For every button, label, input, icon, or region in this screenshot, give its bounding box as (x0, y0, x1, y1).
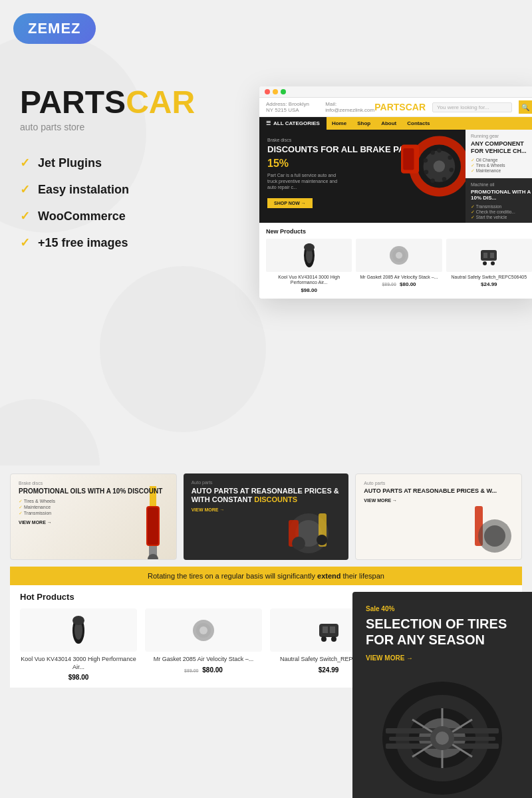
svg-point-24 (491, 261, 495, 265)
product-name-2: Mr Gasket 2085 Air Velocity Stack –... (356, 275, 442, 280)
feature-label: Easy instalation (38, 183, 129, 197)
hot-card-price-1: $98.00 (20, 674, 137, 681)
hot-card-image-2 (145, 608, 262, 652)
hero-side-title-2: PROMOTIONAL WITH A 10% DIS... (471, 189, 532, 201)
site-nav: ☰ ALL CATEGORIES Home Shop About Contact… (259, 117, 532, 130)
svg-point-5 (448, 156, 452, 160)
promo-btn-2[interactable]: VIEW MORE → (192, 507, 341, 512)
promo-title-3: AUTO PARTS AT REASONABLE PRICES & W... (364, 487, 497, 495)
features-list: ✓ Jet Plugins ✓ Easy instalation ✓ WooCo… (20, 156, 206, 250)
product-card-2[interactable]: Mr Gasket 2085 Air Velocity Stack –... $… (356, 239, 442, 293)
product-card-1[interactable]: Kool Vuo KV43014 3000 High Performanco A… (266, 239, 352, 293)
hot-card-old-price-2: $89.00 (184, 668, 198, 673)
hamburger-icon: ☰ (266, 120, 271, 126)
svg-point-3 (434, 160, 445, 172)
product-new-price-2: $80.00 (400, 281, 416, 287)
product-card-3[interactable]: Nautral Safety Switch_REPC506405 $24.99 (446, 239, 532, 293)
info-bar-emphasis: extend (317, 572, 340, 580)
svg-point-23 (483, 261, 487, 265)
product-image-1 (266, 239, 352, 272)
search-icon[interactable]: 🔍 (519, 100, 532, 114)
feature-jet-plugins: ✓ Jet Plugins (20, 156, 206, 170)
hero-side-category-2: Machine oil (471, 182, 532, 187)
feature-label: Jet Plugins (38, 156, 102, 170)
promo-banner-3[interactable]: Auto parts AUTO PARTS AT REASONABLE PRIC… (355, 473, 522, 560)
svg-point-34 (292, 537, 305, 550)
list-item: Transmission (19, 511, 162, 516)
tire-view-more-button[interactable]: VIEW MORE → (366, 654, 519, 662)
feature-label: +15 free images (38, 236, 128, 250)
all-categories-label: ALL CATEGORIES (273, 120, 320, 126)
list-item: Tires & Wheels (19, 499, 162, 504)
list-item: Tires & Wheels (471, 163, 532, 168)
svg-point-48 (321, 636, 327, 642)
nav-all-categories[interactable]: ☰ ALL CATEGORIES (259, 117, 327, 130)
feature-easy-install: ✓ Easy instalation (20, 182, 206, 197)
bg-decoration-2 (100, 266, 266, 432)
tire-popup-title: SELECTION OF TIRES FOR ANY SEASON (366, 616, 519, 648)
svg-point-65 (436, 732, 449, 745)
nav-shop[interactable]: Shop (352, 117, 376, 130)
brand-parts: PARTS (20, 84, 126, 120)
promo-category-3: Auto parts (364, 481, 497, 485)
tire-popup[interactable]: Sale 40% SELECTION OF TIRES FOR ANY SEAS… (352, 592, 532, 798)
site-search-bar[interactable]: You were looking for... (432, 102, 512, 112)
nav-about[interactable]: About (376, 117, 402, 130)
svg-point-9 (424, 170, 429, 174)
svg-point-6 (450, 168, 454, 172)
promo-btn-1[interactable]: VIEW MORE → (19, 520, 162, 525)
svg-point-41 (72, 616, 84, 625)
brand-subtitle: auto parts store (20, 122, 206, 132)
feature-label: WooCommerce (38, 209, 126, 223)
svg-rect-47 (330, 626, 335, 633)
svg-rect-20 (481, 250, 497, 261)
promo-btn-3[interactable]: VIEW MORE → (364, 498, 497, 503)
hot-card-image-1 (20, 608, 137, 652)
svg-rect-22 (490, 253, 494, 258)
new-products-title: New Products (266, 228, 532, 235)
promo-banner-1[interactable]: Brake discs PROMOTIONAL OILS WITH A 10% … (10, 473, 177, 560)
checkmark-icon: ✓ (20, 235, 30, 250)
new-products-section: New Products Kool Vuo KV43014 3000 High … (259, 223, 532, 299)
list-item: Maintenance (471, 168, 532, 174)
hero-shop-now-button[interactable]: SHOP NOW → (267, 198, 313, 208)
promo-category-2: Auto parts (192, 480, 341, 485)
svg-point-19 (396, 252, 402, 259)
promo-highlight-2: DISCOUNTS (254, 495, 297, 503)
product-name-3: Nautral Safety Switch_REPC506405 (446, 275, 532, 280)
promo-banners: Brake discs PROMOTIONAL OILS WITH A 10% … (10, 473, 522, 560)
left-panel: PARTSCAR auto parts store ✓ Jet Plugins … (20, 86, 206, 262)
product-price-1: $98.00 (266, 287, 352, 293)
checkmark-icon: ✓ (20, 209, 30, 223)
hot-card-2[interactable]: Mr Gasket 2085 Air Velocity Stack –... $… (145, 608, 262, 681)
hero-main: Brake discs DISCOUNTS FOR ALL BRAKE PADS… (259, 130, 466, 223)
svg-rect-13 (403, 148, 414, 170)
hot-card-1[interactable]: Kool Vuo KV43014 3000 High Performance A… (20, 608, 137, 681)
hero-side-category-1: Running gear (471, 134, 532, 138)
product-name-1: Kool Vuo KV43014 3000 High Performanco A… (266, 275, 352, 286)
list-item: Maintenance (19, 505, 162, 510)
hot-card-name-1: Kool Vuo KV43014 3000 High Performance A… (20, 656, 137, 671)
svg-point-44 (200, 626, 207, 634)
nav-home[interactable]: Home (327, 117, 352, 130)
logo-car: CAR (406, 102, 426, 112)
promo-title-1: PROMOTIONAL OILS WITH A 10% DISCOUNT (19, 487, 162, 495)
promo-banner-2[interactable]: Auto parts AUTO PARTS AT REASONABLE PRIC… (184, 473, 349, 560)
promo-title-2: AUTO PARTS AT REASONABLE PRICES & WITH C… (192, 487, 341, 504)
checkmark-icon: ✓ (20, 182, 30, 197)
info-bar: Rotating the tires on a regular basis wi… (10, 567, 522, 585)
promo-category-1: Brake discs (19, 481, 162, 485)
hot-card-price-2: $89.00 $80.00 (145, 666, 262, 674)
site-header: Address: Brooklyn NY 5215 USA Mail: info… (259, 98, 532, 117)
nav-items: Home Shop About Contacts (327, 117, 436, 130)
svg-point-35 (317, 535, 327, 545)
list-item: Transmission (471, 204, 532, 209)
site-logo: PARTSCAR (374, 102, 426, 112)
nav-contacts[interactable]: Contacts (402, 117, 435, 130)
browser-mockup: Address: Brooklyn NY 5215 USA Mail: info… (259, 86, 532, 299)
zemez-logo[interactable]: ZEMEZ (13, 13, 96, 44)
product-image-2 (356, 239, 442, 272)
hero-description: Part Car is a full service auto and truc… (267, 172, 347, 190)
brand-car: CAR (126, 84, 195, 120)
svg-point-8 (430, 178, 435, 183)
